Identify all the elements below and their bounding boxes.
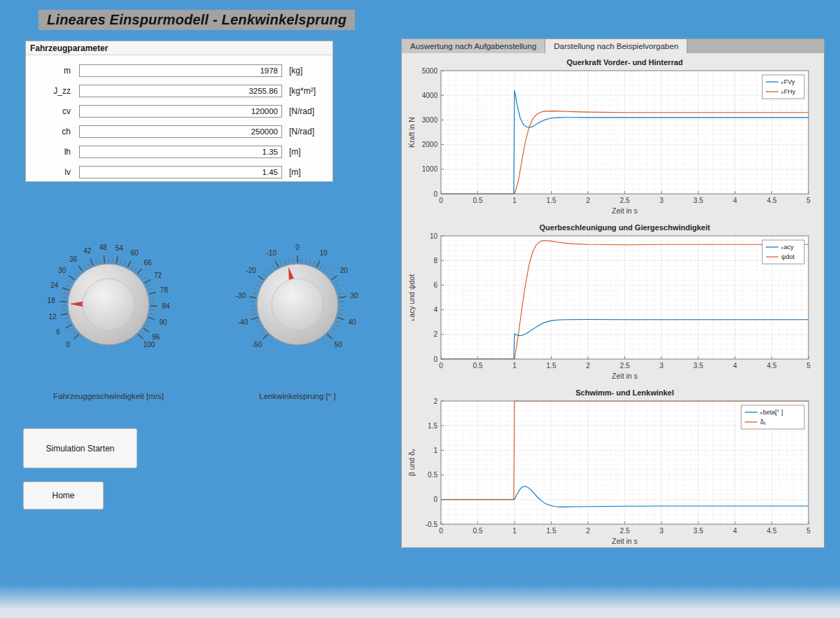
svg-text:2: 2	[586, 197, 590, 204]
svg-text:54: 54	[115, 244, 124, 252]
param-unit-jzz: [kg*m²]	[289, 86, 316, 96]
tab-auswertung-aufgabenstellung[interactable]: Auswertung nach Aufgabenstellung	[402, 39, 545, 53]
svg-text:6: 6	[433, 281, 438, 289]
svg-text:5: 5	[806, 527, 811, 535]
svg-text:0.5: 0.5	[473, 527, 483, 535]
chart-lateral-forces: 00.511.522.533.544.550100020003000400050…	[406, 57, 820, 218]
svg-text:3.5: 3.5	[694, 527, 704, 535]
svg-text:4: 4	[733, 527, 737, 535]
steering-angle-knob[interactable]: -50-40-30-20-1001020304050	[214, 220, 382, 388]
svg-text:5: 5	[806, 197, 811, 204]
svg-text:2.5: 2.5	[620, 362, 630, 370]
param-input-m[interactable]	[79, 64, 282, 77]
svg-text:ₖacy und ψdot: ₖacy und ψdot	[407, 274, 416, 321]
vehicle-parameters-rows: m [kg] J_zz [kg*m²] cv [N/rad] ch [N/rad…	[26, 55, 332, 182]
svg-text:Schwimm- und Lenkwinkel: Schwimm- und Lenkwinkel	[575, 388, 674, 397]
svg-text:2000: 2000	[422, 141, 438, 148]
svg-text:0: 0	[439, 527, 443, 535]
svg-text:50: 50	[334, 341, 342, 349]
svg-text:3.5: 3.5	[694, 362, 704, 370]
svg-text:66: 66	[144, 259, 153, 267]
param-input-ch[interactable]	[79, 125, 282, 138]
svg-text:-40: -40	[238, 318, 248, 326]
home-button[interactable]: Home	[23, 482, 104, 510]
results-tab-bar: Auswertung nach Aufgabenstellung Darstel…	[402, 39, 824, 53]
svg-text:18: 18	[48, 297, 56, 304]
param-input-lh[interactable]	[79, 146, 282, 158]
param-input-cv[interactable]	[79, 105, 282, 118]
svg-text:0.5: 0.5	[473, 362, 483, 370]
svg-text:100: 100	[144, 341, 155, 349]
param-row-lv: lv [m]	[26, 162, 332, 182]
svg-text:0: 0	[66, 341, 70, 349]
start-simulation-button[interactable]: Simulation Starten	[23, 428, 137, 468]
param-unit-m: [kg]	[289, 66, 302, 76]
svg-text:-20: -20	[246, 267, 256, 274]
svg-text:4: 4	[733, 197, 737, 204]
svg-text:0.5: 0.5	[473, 197, 483, 204]
param-label-m: m	[26, 66, 71, 76]
charts-container: 00.511.522.533.544.550100020003000400050…	[402, 53, 824, 548]
svg-text:72: 72	[154, 272, 162, 279]
svg-text:-30: -30	[236, 292, 246, 300]
svg-text:2.5: 2.5	[620, 197, 630, 204]
svg-text:1.5: 1.5	[547, 527, 556, 535]
svg-text:1.5: 1.5	[547, 362, 556, 370]
svg-text:Zeit in s: Zeit in s	[612, 537, 638, 545]
page-title: Lineares Einspurmodell - Lenkwinkelsprun…	[38, 10, 355, 30]
svg-text:5000: 5000	[422, 67, 438, 75]
svg-text:0.5: 0.5	[428, 471, 438, 479]
tab-darstellung-beispielvorgaben[interactable]: Darstellung nach Beispielvorgaben	[545, 39, 687, 53]
svg-text:β und δᵥ: β und δᵥ	[407, 449, 416, 476]
svg-text:42: 42	[83, 247, 92, 255]
svg-text:30: 30	[58, 267, 66, 274]
svg-text:24: 24	[50, 281, 59, 289]
svg-text:8: 8	[433, 257, 438, 265]
svg-text:4: 4	[433, 306, 438, 314]
param-unit-lv: [m]	[289, 167, 301, 177]
param-unit-cv: [N/rad]	[289, 106, 314, 116]
svg-text:-10: -10	[267, 249, 277, 257]
velocity-knob[interactable]: 06121824303642485460667278849096100	[24, 220, 192, 388]
param-row-jzz: J_zz [kg*m²]	[26, 80, 332, 101]
svg-text:40: 40	[348, 318, 356, 326]
svg-text:3: 3	[659, 197, 664, 204]
svg-text:δᵥ: δᵥ	[760, 419, 766, 426]
param-label-jzz: J_zz	[26, 86, 71, 96]
svg-text:36: 36	[69, 255, 78, 263]
svg-text:3.5: 3.5	[694, 197, 704, 204]
svg-text:0: 0	[295, 244, 300, 251]
bottom-fade	[0, 584, 840, 618]
svg-text:1: 1	[512, 197, 517, 204]
param-label-cv: cv	[26, 106, 71, 116]
svg-text:-50: -50	[252, 341, 262, 349]
param-unit-lh: [m]	[289, 147, 301, 157]
param-label-ch: ch	[26, 127, 71, 136]
vehicle-parameters-panel: Fahrzeugparameter m [kg] J_zz [kg*m²] cv…	[25, 41, 333, 182]
svg-text:Querkraft Vorder- und Hinterra: Querkraft Vorder- und Hinterrad	[566, 58, 682, 66]
svg-text:96: 96	[152, 333, 160, 341]
param-input-jzz[interactable]	[79, 85, 282, 97]
velocity-knob-label: Fahrzeuggeschwindigkeit [m/s]	[18, 392, 200, 400]
svg-text:10: 10	[320, 249, 328, 257]
svg-text:1: 1	[433, 447, 438, 454]
svg-text:1.5: 1.5	[547, 197, 556, 204]
svg-text:Zeit in s: Zeit in s	[612, 206, 638, 215]
param-unit-ch: [N/rad]	[289, 127, 314, 136]
svg-text:10: 10	[430, 232, 438, 240]
svg-text:60: 60	[131, 249, 139, 257]
results-panel: Auswertung nach Aufgabenstellung Darstel…	[401, 38, 825, 548]
svg-text:0: 0	[433, 496, 438, 503]
param-row-lh: lh [m]	[26, 141, 332, 162]
svg-text:ₖbeta[° ]: ₖbeta[° ]	[760, 409, 783, 416]
svg-text:1: 1	[512, 527, 517, 535]
svg-text:3: 3	[659, 527, 664, 535]
svg-text:20: 20	[340, 267, 349, 274]
svg-text:ₖFHy: ₖFHy	[781, 88, 796, 95]
svg-text:4.5: 4.5	[767, 197, 777, 204]
svg-text:3: 3	[659, 362, 664, 370]
chart-accel-yawrate: 00.511.522.533.544.550246810Querbeschleu…	[406, 222, 820, 383]
svg-text:0: 0	[439, 197, 443, 204]
param-input-lv[interactable]	[79, 166, 282, 178]
svg-text:4.5: 4.5	[767, 362, 777, 370]
